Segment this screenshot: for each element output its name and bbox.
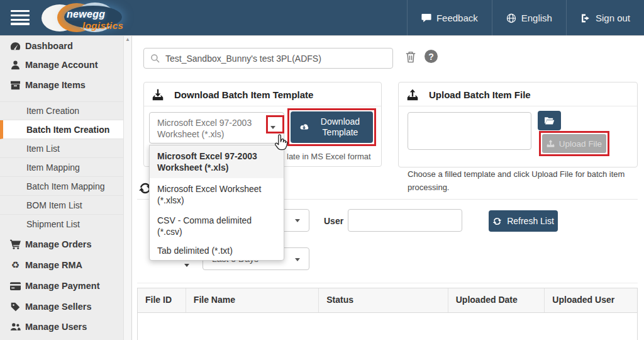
globe-icon (506, 13, 516, 23)
trash-icon[interactable] (405, 50, 416, 64)
template-format-select[interactable]: Microsoft Excel 97-2003 Worksheet (*.xls… (149, 112, 284, 144)
format-dropdown-menu: Microsoft Excel 97-2003 Worksheet (*.xls… (149, 145, 284, 261)
sidebar-item-label: Manage Users (25, 322, 87, 332)
dashboard-icon (10, 41, 21, 52)
signout-button[interactable]: Sign out (566, 0, 644, 36)
sidebar-item-label: Manage RMA (25, 260, 82, 270)
download-template-button[interactable]: Download Template (291, 111, 373, 143)
scroll-up-icon[interactable]: ▲ (125, 37, 130, 42)
sidebar-item-label: Batch Item Creation (26, 125, 109, 135)
sidebar-item-label: Manage Account (25, 60, 97, 70)
upload-button-label: Upload File (559, 139, 602, 149)
brand-name: newegg (67, 9, 105, 20)
sidebar-item-shipment-list[interactable]: Shipment List (0, 215, 123, 234)
feedback-button[interactable]: Feedback (407, 0, 492, 36)
chevron-down-icon (295, 219, 300, 222)
brand-logo[interactable]: newegg logistics (40, 0, 141, 36)
sidebar-item-manage-items[interactable]: Manage Items (0, 76, 123, 94)
download-button-label: Download Template (315, 116, 365, 138)
sidebar-item-label: Item Mapping (26, 162, 80, 173)
sidebar-item-manage-account[interactable]: Manage Account (0, 55, 123, 74)
menu-toggle-icon[interactable] (11, 10, 30, 26)
file-name-input[interactable] (408, 113, 531, 149)
chevron-down-icon (295, 258, 300, 261)
dropdown-option-xlsx[interactable]: Microsoft Excel Worksheet (*.xlsx) (150, 178, 284, 211)
file-list-table: File ID File Name Status Uploaded Date U… (137, 288, 638, 340)
warehouse-search-field (143, 48, 393, 69)
sidebar-item-label: Manage Items (25, 80, 86, 90)
sidebar-item-label: Batch Item Mapping (26, 181, 105, 191)
language-button[interactable]: English (492, 0, 566, 36)
dropdown-option-csv[interactable]: CSV - Comma delimited (*.csv) (150, 211, 284, 241)
col-file-name: File Name (186, 288, 319, 312)
sidebar-item-label: Dashboard (25, 41, 73, 51)
folder-open-icon (544, 116, 555, 125)
sort-caret-icon[interactable] (184, 264, 189, 267)
col-uploaded-user: Uploaded User (545, 288, 637, 312)
sidebar-item-manage-orders[interactable]: Manage Orders (0, 235, 123, 254)
sidebar-item-manage-users[interactable]: Manage Users (0, 317, 123, 336)
table-header-row: File ID File Name Status Uploaded Date U… (138, 288, 637, 313)
sidebar-item-item-list[interactable]: Item List (0, 139, 123, 158)
sidebar-item-label: Manage Orders (25, 239, 92, 249)
sidebar-item-label: Item Creation (26, 106, 79, 116)
sidebar-item-manage-payment[interactable]: Manage Payment (0, 276, 123, 295)
search-input[interactable] (144, 48, 392, 68)
sidebar-item-batch-item-creation[interactable]: Batch Item Creation (0, 120, 123, 139)
box-icon (10, 80, 21, 91)
signout-label: Sign out (596, 13, 630, 23)
user-filter-label: User (324, 216, 343, 226)
sidebar-scrollbar[interactable]: ▲ (123, 36, 131, 340)
sidebar-item-bom-item-list[interactable]: BOM Item List (0, 196, 123, 215)
upload-icon (547, 140, 555, 147)
users-icon (10, 322, 21, 332)
user-filter-input[interactable] (348, 210, 462, 231)
brand-sub-name: logistics (82, 20, 123, 31)
user-filter-field (348, 209, 462, 232)
sidebar-item-dashboard[interactable]: Dashboard (0, 37, 123, 55)
chevron-down-icon (270, 126, 275, 129)
download-helper-text: late in MS Excel format (287, 152, 371, 161)
sidebar-item-item-creation[interactable]: Item Creation (0, 101, 123, 120)
table-top-rule (137, 283, 638, 283)
download-tray-icon (152, 89, 164, 101)
cart-icon (10, 239, 21, 250)
sign-out-icon (580, 13, 591, 23)
download-panel-title: Download Batch Item Template (174, 89, 313, 100)
sidebar-item-label: BOM Item List (26, 200, 82, 210)
dropdown-option-xls[interactable]: Microsoft Excel 97-2003 Worksheet (*.xls… (150, 145, 284, 178)
sidebar-item-manage-sellers[interactable]: Manage Sellers (0, 297, 123, 316)
user-icon (10, 60, 21, 71)
nav-links: Feedback English Sign out (407, 0, 644, 36)
sidebar-item-manage-rma[interactable]: ♻ Manage RMA (0, 256, 123, 275)
cloud-download-icon (298, 123, 310, 132)
upload-panel-title: Upload Batch Item File (429, 89, 531, 100)
browse-file-button[interactable] (538, 111, 561, 130)
speech-bubble-icon (421, 13, 431, 23)
credit-card-icon (10, 281, 21, 292)
sidebar-item-label: Item List (26, 144, 60, 154)
tag-icon (10, 302, 21, 312)
help-icon[interactable]: ? (425, 50, 438, 63)
upload-tray-icon (406, 89, 419, 101)
upload-file-button[interactable]: Upload File (542, 134, 606, 153)
search-icon (150, 54, 160, 64)
sidebar-item-item-mapping[interactable]: Item Mapping (0, 158, 123, 177)
refresh-list-label: Refresh List (507, 216, 554, 226)
refresh-list-button[interactable]: Refresh List (489, 210, 558, 232)
template-format-value: Microsoft Excel 97-2003 Worksheet (*.xls… (150, 113, 284, 144)
upload-helper-text: Choose a filled template and click Uploa… (408, 167, 644, 194)
app-window: newegg logistics Feedback English Sign (0, 0, 644, 340)
table-empty-body (138, 313, 637, 340)
col-status: Status (319, 288, 448, 312)
dropdown-option-txt[interactable]: Tab delimited (*.txt) (150, 241, 284, 260)
sidebar: Dashboard Manage Account Manage Items It… (0, 36, 132, 340)
col-file-id: File ID (138, 288, 186, 312)
col-uploaded-date: Uploaded Date (448, 288, 545, 312)
sidebar-item-label: Manage Sellers (25, 302, 92, 312)
sidebar-item-label: Shipment List (26, 219, 80, 229)
recycle-icon: ♻ (10, 260, 21, 271)
sidebar-item-batch-item-mapping[interactable]: Batch Item Mapping (0, 177, 123, 196)
selected-file-field (408, 112, 531, 150)
sidebar-item-label: Manage Payment (25, 281, 99, 291)
